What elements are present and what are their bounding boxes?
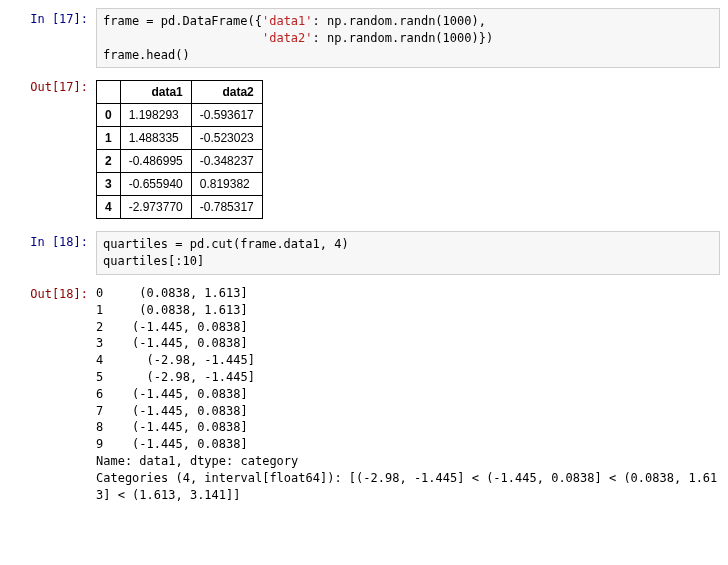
table-row: 1 1.488335 -0.523023 — [97, 127, 263, 150]
cell-out-17: Out[17]: data1 data2 0 1.198293 -0.59361… — [8, 76, 720, 223]
code-text — [103, 31, 262, 45]
table-row: 0 1.198293 -0.593617 — [97, 104, 263, 127]
code-text: : np.random.randn(1000)}) — [313, 31, 494, 45]
table-row: 2 -0.486995 -0.348237 — [97, 150, 263, 173]
code-content-18: quartiles = pd.cut(frame.data1, 4) quart… — [96, 231, 720, 275]
cell-data1: -2.973770 — [120, 196, 191, 219]
cell-in-18: In [18]: quartiles = pd.cut(frame.data1,… — [8, 231, 720, 275]
prompt-out-17: Out[17]: — [8, 76, 96, 94]
row-index: 1 — [97, 127, 121, 150]
table-header: data2 — [191, 81, 262, 104]
table-header-row: data1 data2 — [97, 81, 263, 104]
cell-in-17: In [17]: frame = pd.DataFrame({'data1': … — [8, 8, 720, 68]
code-text: : np.random.randn(1000), — [313, 14, 486, 28]
prompt-in-18: In [18]: — [8, 231, 96, 249]
code-input-17[interactable]: frame = pd.DataFrame({'data1': np.random… — [96, 8, 720, 68]
table-header — [97, 81, 121, 104]
table-row: 3 -0.655940 0.819382 — [97, 173, 263, 196]
output-content-18: 0 (0.0838, 1.613] 1 (0.0838, 1.613] 2 (-… — [96, 283, 720, 505]
cell-data1: -0.486995 — [120, 150, 191, 173]
row-index: 0 — [97, 104, 121, 127]
output-content-17: data1 data2 0 1.198293 -0.593617 1 1.488… — [96, 76, 720, 223]
cell-data2: -0.348237 — [191, 150, 262, 173]
output-text-18: 0 (0.0838, 1.613] 1 (0.0838, 1.613] 2 (-… — [96, 283, 720, 505]
code-text: quartiles[:10] — [103, 254, 204, 268]
code-text: frame.head() — [103, 48, 190, 62]
string-literal: 'data1' — [262, 14, 313, 28]
dataframe-table: data1 data2 0 1.198293 -0.593617 1 1.488… — [96, 80, 263, 219]
cell-data1: 1.198293 — [120, 104, 191, 127]
cell-out-18: Out[18]: 0 (0.0838, 1.613] 1 (0.0838, 1.… — [8, 283, 720, 505]
row-index: 3 — [97, 173, 121, 196]
cell-data2: -0.785317 — [191, 196, 262, 219]
code-input-18[interactable]: quartiles = pd.cut(frame.data1, 4) quart… — [96, 231, 720, 275]
code-text: quartiles = pd.cut(frame.data1, 4) — [103, 237, 349, 251]
code-text: frame = pd.DataFrame({ — [103, 14, 262, 28]
code-content-17: frame = pd.DataFrame({'data1': np.random… — [96, 8, 720, 68]
prompt-in-17: In [17]: — [8, 8, 96, 26]
string-literal: 'data2' — [262, 31, 313, 45]
table-header: data1 — [120, 81, 191, 104]
cell-data2: -0.523023 — [191, 127, 262, 150]
cell-data2: 0.819382 — [191, 173, 262, 196]
row-index: 4 — [97, 196, 121, 219]
cell-data1: -0.655940 — [120, 173, 191, 196]
row-index: 2 — [97, 150, 121, 173]
cell-data2: -0.593617 — [191, 104, 262, 127]
table-row: 4 -2.973770 -0.785317 — [97, 196, 263, 219]
cell-data1: 1.488335 — [120, 127, 191, 150]
prompt-out-18: Out[18]: — [8, 283, 96, 301]
